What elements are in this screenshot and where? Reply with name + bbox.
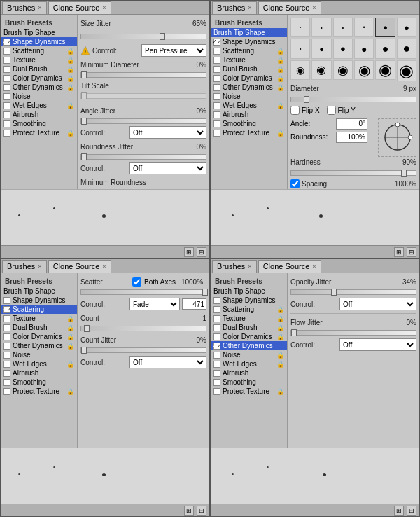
sidebar-checkbox-bl-4[interactable] <box>4 324 10 331</box>
sidebar-item-br-9[interactable]: Airbrush <box>211 368 287 378</box>
sidebar-item-tr-2[interactable]: Scattering 🔒 <box>211 46 287 55</box>
sidebar-checkbox-tl-11[interactable] <box>4 130 10 137</box>
sidebar-item-br-7[interactable]: Noise 🔒 <box>211 350 287 359</box>
sidebar-item-tr-7[interactable]: Noise <box>211 92 287 101</box>
sidebar-checkbox-br-4[interactable] <box>214 324 220 331</box>
brush-cell-11[interactable]: ● <box>375 39 395 58</box>
sidebar-item-tr-5[interactable]: Color Dynamics 🔒 <box>211 74 287 83</box>
tab-brushes-tl-close[interactable]: × <box>38 4 41 11</box>
collapse-icon-br[interactable]: ⊟ <box>407 506 416 516</box>
count-jitter-slider[interactable] <box>80 347 206 353</box>
tab-brushes-tr-close[interactable]: × <box>248 4 251 11</box>
sidebar-checkbox-br-2[interactable] <box>214 306 220 313</box>
flip-y-tr-checkbox[interactable] <box>327 106 336 115</box>
sidebar-checkbox-bl-1[interactable] <box>4 297 10 304</box>
brush-cell-2[interactable]: • <box>312 18 331 37</box>
sidebar-item-br-1[interactable]: Shape Dynamics <box>211 296 287 305</box>
expand-icon-bl[interactable]: ⊞ <box>184 506 194 516</box>
sidebar-checkbox-bl-11[interactable] <box>4 388 10 395</box>
brush-cell-17[interactable]: ◉ <box>375 60 395 80</box>
sidebar-checkbox-br-3[interactable] <box>214 315 220 322</box>
sidebar-item-bl-10[interactable]: Smoothing <box>1 378 77 387</box>
sidebar-checkbox-bl-8[interactable] <box>4 361 10 368</box>
sidebar-item-tl-0[interactable]: Brush Tip Shape <box>1 28 77 37</box>
sidebar-checkbox-tl-2[interactable] <box>4 48 10 55</box>
sidebar-checkbox-tr-8[interactable] <box>214 102 220 109</box>
opacity-jitter-slider[interactable] <box>290 289 416 295</box>
sidebar-checkbox-br-8[interactable] <box>214 361 220 368</box>
sidebar-checkbox-tr-10[interactable] <box>214 120 220 127</box>
tab-clone-source-br[interactable]: Clone Source × <box>258 260 321 273</box>
both-axes-checkbox[interactable] <box>132 277 141 287</box>
brush-cell-14[interactable]: ◉ <box>312 60 331 80</box>
sidebar-item-tr-11[interactable]: Protect Texture 🔒 <box>211 128 287 137</box>
sidebar-checkbox-tr-3[interactable] <box>214 57 220 64</box>
sidebar-item-tl-6[interactable]: Other Dynamics 🔒 <box>1 83 77 92</box>
other-control2-dropdown[interactable]: Off <box>340 338 416 351</box>
sidebar-item-tr-10[interactable]: Smoothing <box>211 119 287 128</box>
sidebar-checkbox-tl-7[interactable] <box>4 93 10 100</box>
sidebar-item-bl-5[interactable]: Color Dynamics 🔒 <box>1 332 77 341</box>
sidebar-checkbox-br-7[interactable] <box>214 352 220 359</box>
sidebar-item-tr-1[interactable]: ✓ Shape Dynamics <box>211 37 287 46</box>
sidebar-item-br-10[interactable]: Smoothing <box>211 378 287 387</box>
sidebar-item-tr-9[interactable]: Airbrush <box>211 110 287 119</box>
control1-dropdown[interactable]: Pen Pressure <box>141 44 206 57</box>
sidebar-item-tl-3[interactable]: Texture 🔒 <box>1 55 77 64</box>
angle-jitter-slider[interactable] <box>80 118 206 124</box>
sidebar-checkbox-tr-4[interactable] <box>214 66 220 73</box>
sidebar-checkbox-bl-5[interactable] <box>4 333 10 340</box>
sidebar-item-br-4[interactable]: Dual Brush 🔒 <box>211 323 287 332</box>
scatter-control1-dropdown[interactable]: Fade <box>130 298 180 310</box>
tab-brushes-br[interactable]: Brushes × <box>212 260 257 273</box>
sidebar-item-tl-4[interactable]: Dual Brush 🔒 <box>1 64 77 74</box>
count-slider[interactable] <box>80 326 206 331</box>
tab-clone-source-tr-close[interactable]: × <box>312 4 316 11</box>
sidebar-item-tr-4[interactable]: Dual Brush 🔒 <box>211 64 287 74</box>
sidebar-item-br-11[interactable]: Protect Texture 🔒 <box>211 387 287 396</box>
sidebar-item-bl-6[interactable]: Other Dynamics 🔒 <box>1 341 77 350</box>
sidebar-checkbox-tl-4[interactable] <box>4 66 10 73</box>
sidebar-item-bl-4[interactable]: Dual Brush 🔒 <box>1 323 77 332</box>
sidebar-item-tl-11[interactable]: Protect Texture 🔒 <box>1 128 77 137</box>
sidebar-item-bl-2[interactable]: ✓ Scattering <box>1 305 77 314</box>
sidebar-item-tl-5[interactable]: Color Dynamics 🔒 <box>1 74 77 83</box>
sidebar-checkbox-tl-3[interactable] <box>4 57 10 64</box>
sidebar-item-br-6[interactable]: ✓ Other Dynamics <box>211 341 287 350</box>
sidebar-checkbox-tr-6[interactable] <box>214 84 220 91</box>
sidebar-checkbox-bl-10[interactable] <box>4 379 10 386</box>
sidebar-item-tr-6[interactable]: Other Dynamics 🔒 <box>211 83 287 92</box>
sidebar-checkbox-tr-11[interactable] <box>214 130 220 137</box>
sidebar-checkbox-tr-1[interactable]: ✓ <box>214 39 220 46</box>
sidebar-item-bl-0[interactable]: Brush Tip Shape <box>1 287 77 296</box>
sidebar-item-tl-2[interactable]: Scattering 🔒 <box>1 46 77 55</box>
hardness-slider[interactable] <box>290 170 416 176</box>
expand-icon-br[interactable]: ⊞ <box>394 506 404 516</box>
sidebar-item-tr-3[interactable]: Texture 🔒 <box>211 55 287 64</box>
tilt-scale-slider[interactable] <box>80 93 206 99</box>
sidebar-checkbox-tl-5[interactable] <box>4 75 10 82</box>
sidebar-checkbox-bl-6[interactable] <box>4 343 10 350</box>
scatter-control2-dropdown[interactable]: Off <box>130 356 206 368</box>
brush-cell-9[interactable]: ● <box>333 39 353 58</box>
sidebar-item-bl-7[interactable]: Noise <box>1 350 77 359</box>
sidebar-checkbox-tl-9[interactable] <box>4 111 10 118</box>
sidebar-checkbox-br-1[interactable] <box>214 297 220 304</box>
sidebar-checkbox-tr-2[interactable] <box>214 48 220 55</box>
min-diam-slider[interactable] <box>80 72 206 78</box>
sidebar-item-bl-3[interactable]: Texture 🔒 <box>1 314 77 323</box>
sidebar-item-br-0[interactable]: Brush Tip Shape <box>211 287 287 296</box>
sidebar-checkbox-bl-3[interactable] <box>4 315 10 322</box>
brush-cell-3[interactable]: • <box>333 18 353 37</box>
brush-cell-1[interactable]: • <box>290 18 310 37</box>
tab-brushes-tr[interactable]: Brushes × <box>212 1 257 14</box>
tab-brushes-bl-close[interactable]: × <box>38 263 41 270</box>
collapse-icon-tl[interactable]: ⊟ <box>197 247 206 257</box>
tab-clone-source-bl[interactable]: Clone Source × <box>48 260 111 273</box>
brush-cell-4[interactable]: • <box>354 18 374 37</box>
flip-x-tr-checkbox[interactable] <box>290 106 300 115</box>
tab-clone-source-tl-close[interactable]: × <box>102 4 106 11</box>
brush-cell-10[interactable]: ● <box>354 39 374 58</box>
sidebar-checkbox-br-5[interactable] <box>214 333 220 340</box>
sidebar-checkbox-bl-2[interactable]: ✓ <box>4 306 10 313</box>
